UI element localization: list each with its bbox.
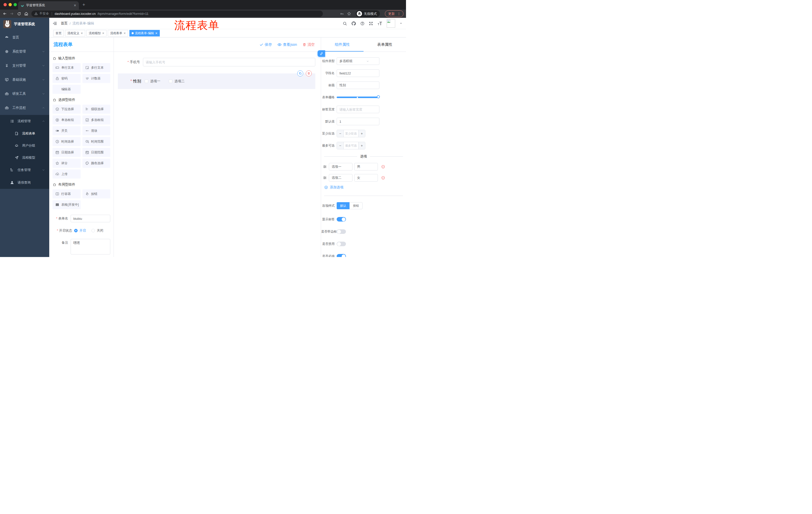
- sidebar-item-系统管理[interactable]: 系统管理: [0, 45, 49, 59]
- tab-close-icon[interactable]: ✕: [74, 3, 76, 7]
- minimize-window-button[interactable]: [8, 3, 12, 6]
- canvas-body[interactable]: 手机号 性别 选项一选项二: [114, 52, 321, 257]
- palette-item-滑块[interactable]: 滑块: [82, 126, 111, 135]
- sidebar-item-研发工具[interactable]: 研发工具: [0, 87, 49, 101]
- palette-item-时间范围[interactable]: 时间范围: [82, 137, 111, 146]
- fullscreen-icon[interactable]: [369, 21, 373, 26]
- palette-item-单行文本[interactable]: 单行文本: [53, 63, 81, 72]
- zoom-window-button[interactable]: [13, 3, 17, 6]
- tab-form-props[interactable]: 表单属性: [364, 37, 406, 52]
- sidebar-item-流程模型[interactable]: 流程模型: [0, 152, 49, 164]
- remove-option-icon[interactable]: [381, 165, 385, 169]
- url-bar[interactable]: 不安全 dashboard.yudao.iocoder.cn/bpm/manag…: [31, 10, 323, 17]
- tag-流程模型[interactable]: 流程模型✕: [86, 30, 107, 36]
- view-json-button[interactable]: 查看json: [278, 42, 297, 47]
- palette-item-下拉选择[interactable]: 下拉选择: [53, 105, 81, 114]
- palette-item-多选框组[interactable]: 多选框组: [82, 115, 111, 125]
- tag-流程表单[interactable]: 流程表单✕: [108, 30, 128, 36]
- search-icon[interactable]: [343, 21, 347, 26]
- home-icon[interactable]: [24, 11, 28, 16]
- palette-item-密码[interactable]: 密码: [53, 74, 81, 83]
- default-value-input[interactable]: [337, 118, 379, 125]
- palette-item-颜色选择[interactable]: 颜色选择: [82, 159, 111, 168]
- sidebar-item-用户分组[interactable]: 用户分组: [0, 140, 49, 152]
- stepper-plus-button[interactable]: +: [358, 142, 365, 149]
- github-icon[interactable]: [351, 21, 356, 26]
- stepper-minus-button[interactable]: −: [337, 130, 344, 137]
- drawer-handle-link-icon[interactable]: [318, 50, 325, 57]
- sidebar-logo[interactable]: 芋道管理系统: [0, 18, 49, 30]
- toggle-switch-是否带边框[interactable]: [337, 229, 346, 234]
- browser-tab[interactable]: 芋道管理系统 ✕: [18, 1, 79, 9]
- tag-首页[interactable]: 首页: [53, 30, 64, 36]
- min-select-input[interactable]: [344, 130, 358, 137]
- toggle-switch-是否禁用[interactable]: [337, 242, 346, 246]
- palette-item-多行文本[interactable]: 多行文本: [82, 63, 111, 72]
- form-remark-textarea[interactable]: 嘿嘿: [70, 239, 110, 254]
- phone-field[interactable]: 手机号: [118, 58, 315, 66]
- drag-handle-icon[interactable]: [323, 165, 327, 169]
- palette-item-时间选择[interactable]: 时间选择: [53, 137, 81, 146]
- palette-item-开关[interactable]: 开关: [53, 126, 81, 135]
- palette-item-级联选择[interactable]: 级联选择: [82, 105, 111, 114]
- back-icon[interactable]: [2, 11, 7, 16]
- palette-item-日期选择[interactable]: 日期选择: [53, 148, 81, 157]
- palette-item-按钮[interactable]: 按钮: [82, 189, 111, 198]
- option-value-input[interactable]: [354, 163, 378, 170]
- sidebar-item-流程表单[interactable]: 流程表单: [0, 128, 49, 140]
- option-style-按钮[interactable]: 按钮: [349, 202, 362, 209]
- option-value-input[interactable]: [354, 174, 378, 182]
- toggle-switch-显示标签[interactable]: [337, 217, 346, 221]
- delete-component-button[interactable]: [306, 71, 312, 77]
- palette-item-评分[interactable]: 评分: [53, 159, 81, 168]
- option-label-input[interactable]: [329, 163, 352, 170]
- tag-close-icon[interactable]: ✕: [81, 32, 83, 35]
- new-tab-button[interactable]: +: [82, 2, 85, 7]
- font-size-icon[interactable]: [377, 21, 382, 26]
- save-button[interactable]: 保存: [260, 42, 272, 47]
- toggle-switch-是否必填[interactable]: [337, 254, 346, 257]
- clear-button[interactable]: 清空: [302, 42, 315, 47]
- option-style-默认[interactable]: 默认: [337, 202, 349, 209]
- reload-icon[interactable]: [17, 12, 21, 16]
- gender-checkbox-选项一[interactable]: 选项一: [145, 79, 161, 83]
- form-name-input[interactable]: [70, 215, 110, 222]
- avatar[interactable]: [387, 19, 395, 28]
- slider-handle[interactable]: [377, 95, 380, 98]
- hamburger-icon[interactable]: [53, 21, 57, 26]
- tag-close-icon[interactable]: ✕: [155, 32, 157, 35]
- stepper-minus-button[interactable]: −: [337, 142, 344, 149]
- breadcrumb-home[interactable]: 首页: [61, 21, 67, 26]
- phone-field-input[interactable]: [143, 58, 315, 66]
- sidebar-item-工作流程[interactable]: 工作流程: [0, 101, 49, 115]
- browser-menu-dots-icon[interactable]: [397, 12, 401, 16]
- palette-item-日期范围[interactable]: 日期范围: [82, 148, 111, 157]
- option-label-input[interactable]: [329, 174, 352, 182]
- status-radio-on[interactable]: 开启: [74, 227, 86, 234]
- add-option-button[interactable]: 添加选项: [324, 185, 406, 190]
- bookmark-star-icon[interactable]: [347, 11, 351, 16]
- sidebar-item-支付管理[interactable]: 支付管理: [0, 59, 49, 73]
- tag-流程表单-编辑[interactable]: 流程表单-编辑✕: [129, 30, 160, 36]
- field-name-input[interactable]: [337, 70, 379, 77]
- drag-handle-icon[interactable]: [323, 176, 327, 180]
- tag-流程定义[interactable]: 流程定义✕: [65, 30, 85, 36]
- close-window-button[interactable]: [3, 3, 7, 6]
- sidebar-item-流程管理[interactable]: 流程管理: [0, 115, 49, 128]
- tag-close-icon[interactable]: ✕: [123, 32, 126, 35]
- palette-item-计数器[interactable]: 123计数器: [82, 74, 111, 83]
- remove-option-icon[interactable]: [381, 176, 385, 180]
- label-width-input[interactable]: [337, 106, 379, 113]
- form-grid-slider[interactable]: [337, 93, 379, 101]
- not-secure-label[interactable]: 不安全: [39, 11, 49, 16]
- sidebar-item-任务管理[interactable]: 任务管理: [0, 164, 49, 176]
- max-select-input[interactable]: [344, 142, 358, 149]
- palette-item-单选框组[interactable]: 单选框组: [53, 115, 81, 125]
- tab-component-props[interactable]: 组件属性: [321, 37, 364, 52]
- forward-icon[interactable]: [10, 11, 14, 16]
- sidebar-item-请假查询[interactable]: 请假查询: [0, 176, 49, 189]
- browser-update-button[interactable]: 更新: [385, 10, 404, 17]
- gender-checkbox-选项二[interactable]: 选项二: [169, 79, 185, 83]
- tag-close-icon[interactable]: ✕: [102, 32, 104, 35]
- selected-component-gender[interactable]: 性别 选项一选项二: [118, 74, 315, 89]
